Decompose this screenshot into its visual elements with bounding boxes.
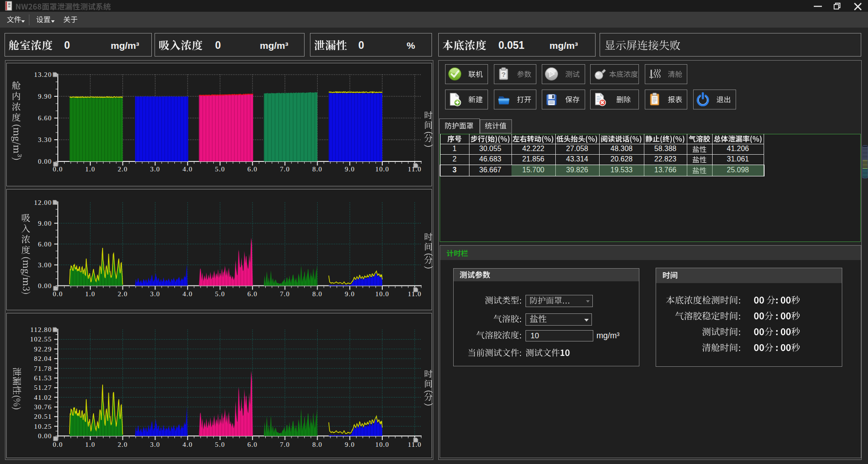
svg-text:9.0: 9.0	[345, 166, 355, 173]
svg-text:6.60: 6.60	[38, 114, 52, 122]
svg-text:6.00: 6.00	[38, 241, 52, 248]
svg-text:10.0: 10.0	[375, 441, 389, 448]
svg-text:7.0: 7.0	[280, 290, 290, 298]
svg-text:71.78: 71.78	[34, 365, 52, 372]
svg-text:9.0: 9.0	[345, 441, 355, 448]
svg-text:0.00: 0.00	[38, 158, 52, 165]
svg-text:1.0: 1.0	[85, 166, 95, 173]
svg-text:41.02: 41.02	[34, 394, 52, 401]
svg-text:20.51: 20.51	[34, 413, 52, 420]
svg-text:5.0: 5.0	[215, 441, 225, 448]
svg-text:7.0: 7.0	[280, 166, 290, 173]
svg-text:2.0: 2.0	[117, 166, 127, 173]
svg-text:4.0: 4.0	[183, 290, 192, 298]
svg-text:0.0: 0.0	[53, 166, 63, 173]
svg-text:6.0: 6.0	[248, 441, 258, 448]
svg-text:9.0: 9.0	[345, 290, 355, 298]
svg-text:51.27: 51.27	[34, 384, 52, 391]
svg-text:102.55: 102.55	[30, 336, 52, 343]
svg-text:9.90: 9.90	[38, 93, 52, 100]
svg-text:11.0: 11.0	[408, 441, 422, 448]
svg-text:8.0: 8.0	[312, 166, 322, 173]
svg-text:3.00: 3.00	[38, 261, 52, 269]
svg-text:1.0: 1.0	[85, 441, 95, 448]
svg-text:61.53: 61.53	[34, 374, 52, 382]
svg-text:6.0: 6.0	[248, 166, 258, 173]
svg-text:0.0: 0.0	[53, 441, 63, 448]
svg-text:1.0: 1.0	[85, 290, 95, 298]
svg-text:10.0: 10.0	[375, 166, 389, 173]
svg-text:11.0: 11.0	[408, 290, 422, 298]
svg-text:3.30: 3.30	[38, 136, 52, 143]
svg-text:82.04: 82.04	[34, 355, 52, 362]
svg-text:3.0: 3.0	[150, 166, 160, 173]
svg-text:11.0: 11.0	[408, 166, 422, 173]
svg-text:13.20: 13.20	[34, 71, 52, 78]
svg-text:7.0: 7.0	[280, 441, 290, 448]
svg-text:0.00: 0.00	[38, 282, 52, 289]
svg-text:0.0: 0.0	[53, 290, 63, 298]
svg-text:92.29: 92.29	[34, 346, 52, 353]
svg-text:5.0: 5.0	[215, 166, 225, 173]
svg-text:10.0: 10.0	[375, 290, 389, 298]
svg-text:4.0: 4.0	[183, 441, 192, 448]
svg-text:8.0: 8.0	[312, 290, 322, 298]
svg-text:112.80: 112.80	[30, 326, 52, 333]
svg-text:6.0: 6.0	[248, 290, 258, 298]
svg-text:2.0: 2.0	[117, 290, 127, 298]
svg-text:3.0: 3.0	[150, 290, 160, 298]
svg-text:8.0: 8.0	[312, 441, 322, 448]
svg-text:3.0: 3.0	[150, 441, 160, 448]
svg-text:9.00: 9.00	[38, 220, 52, 227]
svg-text:2.0: 2.0	[117, 441, 127, 448]
svg-text:10.25: 10.25	[34, 423, 52, 430]
svg-text:4.0: 4.0	[183, 166, 192, 173]
svg-text:0.00: 0.00	[38, 432, 52, 440]
svg-text:5.0: 5.0	[215, 290, 225, 298]
svg-text:12.00: 12.00	[34, 199, 52, 206]
svg-text:30.76: 30.76	[34, 403, 52, 411]
